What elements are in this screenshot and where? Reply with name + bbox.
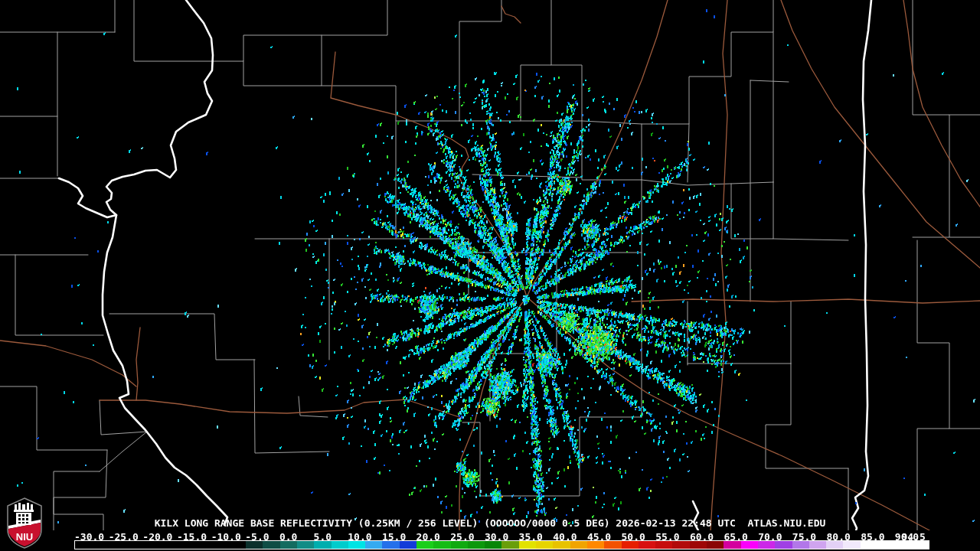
niu-castle-icon — [14, 503, 34, 525]
niu-castle-windows — [18, 514, 28, 523]
colorbar-labels: -30.0-25.0-20.0-15.0-10.0-5.00.05.010.01… — [0, 531, 980, 540]
niu-logo: NIU — [6, 497, 43, 549]
product-title: KILX LONG RANGE BASE REFLECTIVITY (0.25K… — [0, 517, 980, 529]
radar-echo-layer — [0, 0, 980, 551]
colorbar-gradient — [74, 540, 929, 549]
radar-viewer: KILX LONG RANGE BASE REFLECTIVITY (0.25K… — [0, 0, 980, 551]
niu-logo-text: NIU — [16, 531, 33, 543]
